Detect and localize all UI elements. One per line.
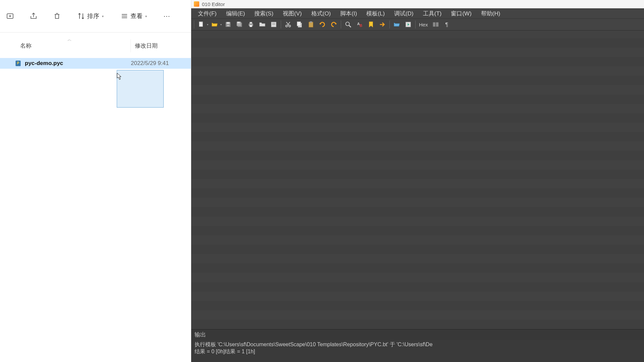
file-name: pyc-demo.pyc <box>25 60 131 67</box>
output-line1: 执行模板 'C:\Users\sf\Documents\SweetScape\0… <box>195 342 433 347</box>
svg-rect-34 <box>433 22 435 27</box>
svg-rect-17 <box>250 25 252 27</box>
paste-icon[interactable] <box>306 20 316 29</box>
explorer-toolbar: 排序 ▾ 查看 ▾ ⋯ <box>0 0 191 33</box>
redo-icon[interactable] <box>329 20 339 29</box>
chevron-down-icon: ▾ <box>102 14 104 18</box>
menu-file[interactable]: 文件(F) <box>193 8 221 19</box>
svg-rect-14 <box>237 22 240 23</box>
menu-search[interactable]: 搜索(S) <box>250 8 278 19</box>
svg-rect-28 <box>310 21 312 23</box>
output-line2: 结果 = 0 [0h]结果 = 1 [1h] <box>195 349 255 354</box>
replace-icon[interactable]: AB <box>355 20 365 29</box>
template-open-icon[interactable] <box>392 20 402 29</box>
svg-text:P: P <box>17 61 19 65</box>
svg-line-30 <box>349 25 351 27</box>
column-date-header[interactable]: 修改日期 <box>131 39 158 52</box>
file-explorer: 排序 ▾ 查看 ▾ ⋯ ︿ 名称 修改日期 P pyc-demo.pyc 202… <box>0 0 191 362</box>
cut-icon[interactable] <box>283 20 293 29</box>
output-body[interactable]: 执行模板 'C:\Users\sf\Documents\SweetScape\0… <box>191 340 644 362</box>
python-file-icon: P <box>15 60 21 67</box>
open-folder-icon[interactable] <box>257 20 267 29</box>
app-title: 010 Editor <box>202 1 225 7</box>
menu-debug[interactable]: 调试(D) <box>389 8 418 19</box>
new-file-icon[interactable] <box>196 20 206 29</box>
new-tab-icon[interactable] <box>3 9 17 23</box>
open-file-icon[interactable] <box>210 20 220 29</box>
properties-icon[interactable] <box>269 20 279 29</box>
column-headers: ︿ 名称 修改日期 <box>0 33 191 56</box>
chevron-down-icon[interactable]: ▾ <box>207 23 208 26</box>
print-icon[interactable] <box>246 20 256 29</box>
sort-chevron-icon: ︿ <box>67 37 72 43</box>
template-run-icon[interactable] <box>403 20 413 29</box>
column-name-header[interactable]: ︿ 名称 <box>0 39 131 52</box>
chevron-down-icon[interactable]: ▾ <box>220 23 222 26</box>
save-icon[interactable] <box>223 20 233 29</box>
svg-rect-35 <box>436 22 438 27</box>
sort-button[interactable]: 排序 ▾ <box>74 10 107 22</box>
sort-label: 排序 <box>87 12 99 20</box>
find-icon[interactable] <box>343 20 353 29</box>
output-panel: 输出 执行模板 'C:\Users\sf\Documents\SweetScap… <box>191 329 644 362</box>
view-label: 查看 <box>130 12 143 20</box>
selection-rectangle <box>117 70 164 108</box>
column-date-label: 修改日期 <box>135 43 158 49</box>
bookmark-icon[interactable] <box>366 20 376 29</box>
menu-tools[interactable]: 工具(T) <box>418 8 446 19</box>
chevron-down-icon: ▾ <box>145 14 147 18</box>
file-date: 2022/5/29 9:41 <box>131 60 169 67</box>
menu-edit[interactable]: 编辑(E) <box>221 8 250 19</box>
menu-window[interactable]: 窗口(W) <box>446 8 476 19</box>
editor-toolbar: ▾ ▾ AB Hex ¶ <box>191 18 644 31</box>
menu-help[interactable]: 帮助(H) <box>476 8 505 19</box>
save-all-icon[interactable] <box>234 20 245 29</box>
svg-rect-27 <box>309 22 313 27</box>
svg-rect-11 <box>227 25 229 26</box>
file-row[interactable]: P pyc-demo.pyc 2022/5/29 9:41 <box>0 58 191 69</box>
undo-icon[interactable] <box>317 20 327 29</box>
svg-point-29 <box>346 22 350 26</box>
column-name-label: 名称 <box>20 43 32 49</box>
toggle-panels-icon[interactable] <box>431 20 441 29</box>
app-logo-icon <box>194 1 199 7</box>
view-button[interactable]: 查看 ▾ <box>117 10 150 22</box>
menu-format[interactable]: 格式(O) <box>307 8 336 19</box>
menu-view[interactable]: 视图(V) <box>278 8 307 19</box>
file-list[interactable]: P pyc-demo.pyc 2022/5/29 9:41 <box>0 56 191 362</box>
menu-template[interactable]: 模板(L) <box>362 8 389 19</box>
editor-window: 010 Editor 文件(F) 编辑(E) 搜索(S) 视图(V) 格式(O)… <box>191 0 644 362</box>
menu-script[interactable]: 脚本(I) <box>335 8 362 19</box>
editor-titlebar[interactable]: 010 Editor <box>191 0 644 8</box>
cursor-icon <box>117 73 122 80</box>
svg-text:¶: ¶ <box>445 21 448 27</box>
hex-mode-label[interactable]: Hex <box>418 22 429 27</box>
output-title[interactable]: 输出 <box>191 329 644 340</box>
svg-text:B: B <box>360 23 362 27</box>
delete-icon[interactable] <box>50 9 64 23</box>
share-icon[interactable] <box>27 9 40 23</box>
show-whitespace-icon[interactable]: ¶ <box>442 20 452 29</box>
more-button[interactable]: ⋯ <box>160 9 174 23</box>
editor-content-area[interactable] <box>191 31 644 329</box>
menubar: 文件(F) 编辑(E) 搜索(S) 视图(V) 格式(O) 脚本(I) 模板(L… <box>191 8 644 18</box>
goto-icon[interactable] <box>377 20 387 29</box>
svg-rect-26 <box>297 22 301 26</box>
svg-rect-16 <box>250 22 252 24</box>
svg-rect-10 <box>226 22 229 24</box>
copy-icon[interactable] <box>294 20 305 29</box>
